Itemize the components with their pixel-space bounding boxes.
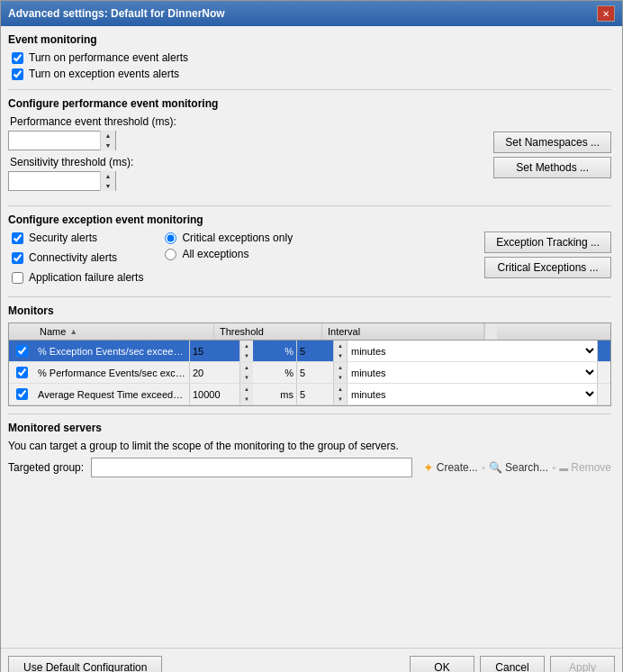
perf-threshold-row: 15000 ▲ ▼	[8, 131, 486, 150]
monitor-threshold-down-2[interactable]: ▼	[240, 395, 253, 405]
monitor-interval-input-0[interactable]	[297, 341, 333, 361]
monitored-servers-desc: You can target a group to limit the scop…	[8, 440, 611, 452]
window-title: Advanced settings: Default for DinnerNow	[8, 7, 225, 20]
monitor-interval-0: ▲ ▼ minutes hours days	[297, 341, 598, 361]
title-bar: Advanced settings: Default for DinnerNow…	[1, 1, 622, 26]
sens-threshold-input[interactable]: 100	[9, 172, 100, 190]
apply-button[interactable]: Apply	[550, 656, 615, 672]
close-button[interactable]: ✕	[597, 5, 615, 22]
monitor-name-0: % Exception Events/sec exceeds ...	[34, 346, 189, 357]
performance-buttons: Set Namespaces ... Set Methods ...	[493, 132, 611, 178]
perf-alert-label: Turn on performance event alerts	[29, 51, 188, 64]
exc-alert-checkbox[interactable]	[12, 68, 23, 80]
divider-1	[8, 89, 611, 90]
critical-exceptions-button[interactable]: Critical Exceptions ...	[484, 257, 611, 278]
th-empty	[9, 323, 34, 340]
exception-content: Security alerts Connectivity alerts Appl…	[8, 232, 611, 287]
th-threshold: Threshold	[214, 323, 322, 340]
critical-radio[interactable]	[165, 232, 176, 244]
monitor-checkbox-0[interactable]	[16, 345, 28, 357]
th-name: Name ▲	[34, 323, 214, 340]
monitor-interval-up-0[interactable]: ▲	[334, 341, 347, 351]
monitor-interval-select-2[interactable]: minutes hours days	[347, 384, 597, 404]
exception-buttons: Exception Tracking ... Critical Exceptio…	[484, 232, 611, 278]
main-panel: Event monitoring Turn on performance eve…	[8, 33, 615, 640]
monitor-interval-down-0[interactable]: ▼	[334, 351, 347, 362]
sens-threshold-row: 100 ▲ ▼	[8, 171, 486, 191]
perf-alert-checkbox[interactable]	[12, 52, 23, 64]
exception-checkboxes: Security alerts Connectivity alerts Appl…	[8, 232, 143, 287]
search-link[interactable]: 🔍 Search...	[489, 461, 548, 474]
monitor-threshold-up-1[interactable]: ▲	[240, 362, 253, 373]
monitor-row-2[interactable]: Average Request Time exceeds th... ▲ ▼ m…	[9, 384, 610, 405]
monitor-threshold-down-1[interactable]: ▼	[240, 373, 253, 384]
targeted-group-row: Targeted group: ✦ Create... ▪ 🔍 Search..…	[8, 458, 611, 477]
perf-threshold-spinner: 15000 ▲ ▼	[8, 131, 116, 150]
monitor-interval-spinbtns-1: ▲ ▼	[333, 362, 347, 383]
perf-threshold-label: Performance event threshold (ms):	[8, 115, 486, 128]
monitored-servers-section: Monitored servers You can target a group…	[8, 422, 611, 504]
conn-alert-checkbox[interactable]	[12, 252, 23, 264]
sep-2: ▪	[552, 461, 555, 474]
monitor-interval-input-2[interactable]	[297, 384, 333, 404]
create-icon: ✦	[423, 460, 434, 475]
sens-threshold-up[interactable]: ▲	[101, 171, 115, 181]
exception-section: Configure exception event monitoring Sec…	[8, 213, 611, 287]
targeted-group-input[interactable]	[91, 458, 412, 477]
critical-radio-row: Critical exceptions only	[165, 232, 477, 244]
monitor-interval-select-0[interactable]: minutes hours days	[347, 341, 597, 361]
divider-2	[8, 205, 611, 206]
sens-threshold-spin-btns: ▲ ▼	[100, 171, 115, 191]
perf-threshold-down[interactable]: ▼	[101, 141, 115, 150]
all-radio-row: All exceptions	[165, 248, 477, 260]
ok-button[interactable]: OK	[410, 656, 474, 672]
sens-threshold-down[interactable]: ▼	[101, 181, 115, 191]
event-monitoring-section: Event monitoring Turn on performance eve…	[8, 33, 611, 80]
monitors-title: Monitors	[8, 304, 611, 317]
monitor-row-1[interactable]: % Performance Events/sec excee... ▲ ▼ %	[9, 362, 610, 384]
monitor-interval-1: ▲ ▼ minutes hours days	[297, 362, 598, 383]
all-radio[interactable]	[165, 249, 176, 260]
cancel-button[interactable]: Cancel	[480, 656, 545, 672]
monitor-threshold-up-0[interactable]: ▲	[240, 341, 253, 351]
event-monitoring-title: Event monitoring	[8, 33, 611, 46]
monitor-check-2	[9, 388, 34, 400]
monitor-name-2: Average Request Time exceeds th...	[34, 389, 189, 400]
set-methods-button[interactable]: Set Methods ...	[493, 157, 611, 178]
monitor-interval-select-1[interactable]: minutes hours days	[347, 362, 597, 383]
performance-title: Configure performance event monitoring	[8, 97, 611, 110]
targeted-label: Targeted group:	[8, 461, 84, 474]
monitor-interval-up-2[interactable]: ▲	[334, 384, 347, 395]
monitor-threshold-up-2[interactable]: ▲	[240, 384, 253, 395]
use-default-button[interactable]: Use Default Configuration	[8, 656, 162, 672]
perf-threshold-input[interactable]: 15000	[9, 132, 100, 150]
perf-threshold-up[interactable]: ▲	[101, 131, 115, 141]
title-bar-buttons: ✕	[597, 5, 615, 22]
performance-inputs: Performance event threshold (ms): 15000 …	[8, 115, 486, 196]
monitor-threshold-spinbtns-1: ▲ ▼	[239, 362, 253, 383]
sec-alert-checkbox[interactable]	[12, 232, 23, 244]
set-namespaces-button[interactable]: Set Namespaces ...	[493, 132, 611, 153]
app-alert-checkbox[interactable]	[12, 272, 23, 284]
monitor-interval-up-1[interactable]: ▲	[334, 362, 347, 373]
performance-fields: Performance event threshold (ms): 15000 …	[8, 115, 611, 196]
monitors-table: Name ▲ Threshold Interval % Exception Ev…	[8, 322, 611, 406]
monitor-interval-down-1[interactable]: ▼	[334, 373, 347, 384]
monitor-checkbox-1[interactable]	[16, 367, 28, 378]
remove-link[interactable]: ▬ Remove	[559, 461, 611, 474]
monitor-threshold-input-2[interactable]	[190, 384, 239, 404]
monitor-interval-input-1[interactable]	[297, 362, 333, 383]
monitor-threshold-input-1[interactable]	[190, 362, 239, 383]
monitor-threshold-down-0[interactable]: ▼	[240, 351, 253, 362]
perf-threshold-spin-btns: ▲ ▼	[100, 131, 115, 150]
exception-tracking-button[interactable]: Exception Tracking ...	[484, 232, 611, 253]
create-link[interactable]: ✦ Create...	[423, 460, 478, 475]
sens-threshold-label: Sensitivity threshold (ms):	[8, 156, 486, 168]
monitor-interval-spinbtns-2: ▲ ▼	[333, 384, 347, 404]
monitor-threshold-input-0[interactable]	[190, 341, 239, 361]
monitor-row-0[interactable]: % Exception Events/sec exceeds ... ▲ ▼ %	[9, 341, 610, 362]
monitor-checkbox-2[interactable]	[16, 388, 28, 400]
monitor-interval-down-2[interactable]: ▼	[334, 395, 347, 405]
conn-alert-label: Connectivity alerts	[29, 251, 117, 264]
monitor-threshold-spinner-2: ▲ ▼	[190, 384, 277, 404]
